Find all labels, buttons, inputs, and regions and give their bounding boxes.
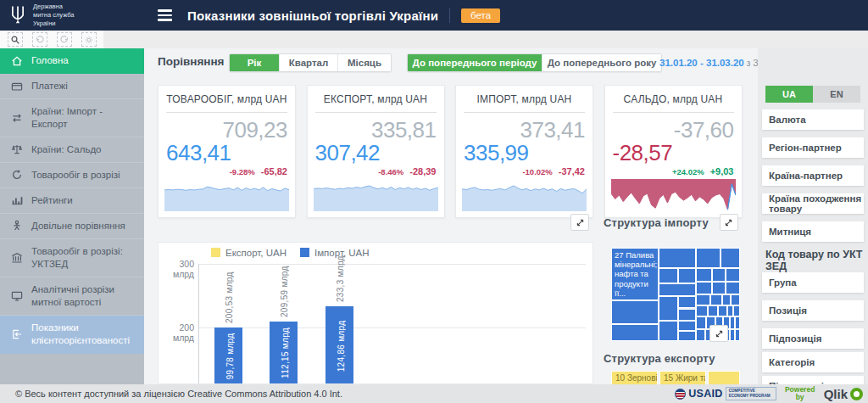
card-icon: [11, 81, 24, 92]
treemap-cell[interactable]: [721, 248, 740, 268]
mode-button-1[interactable]: До попереднього періоду: [408, 54, 542, 71]
top-navbar: Державна митна служба України Показники …: [0, 0, 868, 31]
ukt-zed-header: Код товару по УКТ ЗЕД: [765, 249, 868, 272]
comparison-label: Порівняння: [158, 55, 224, 68]
bar-inner-label: 112,15 млрд: [280, 327, 289, 378]
kpi-card-2[interactable]: ЕКСПОРТ, млрд UAH335,81307,42-8.46%-28,3…: [307, 85, 445, 218]
treemap-expand-icon[interactable]: [709, 325, 728, 342]
treemap-cell[interactable]: 27 Палива мінеральні; нафта та продукти …: [611, 248, 659, 300]
code-filter-box[interactable]: Підкатегорія: [762, 376, 864, 384]
sidebar-item-9[interactable]: Аналітичні розрізи митної вартості: [0, 277, 144, 316]
code-filter-box[interactable]: Підпозиція: [762, 328, 864, 349]
kpi-sparkline: [462, 179, 587, 211]
scales-icon: [11, 143, 24, 155]
filter-box[interactable]: Валюта: [762, 109, 864, 130]
powered-by-label: Powered by: [782, 386, 818, 401]
treemap-cell[interactable]: [659, 296, 678, 321]
bar-chart-legend[interactable]: Експорт, UAHІмпорт, UAH: [211, 248, 370, 258]
treemap-cell[interactable]: [735, 316, 740, 328]
legend-item[interactable]: Експорт, UAH: [211, 248, 287, 258]
treemap-cell[interactable]: [678, 309, 696, 321]
treemap-cell[interactable]: [696, 248, 721, 268]
sidebar-item-3[interactable]: Країни: Імпорт - Експорт: [0, 99, 144, 137]
hamburger-menu-icon[interactable]: [158, 9, 172, 20]
sidebar-item-8[interactable]: Товарообіг в розрізі: УКТЗЕД: [0, 239, 144, 277]
treemap-cell[interactable]: [726, 268, 740, 281]
treemap-cell[interactable]: [696, 268, 711, 281]
treemap-cell[interactable]: [678, 331, 696, 341]
lang-button-ua[interactable]: UA: [765, 86, 813, 103]
treemap-cell[interactable]: [696, 294, 710, 305]
kpi-card-4[interactable]: САЛЬДО, млрд UAH-37,60-28,57+24.02%+9,03: [604, 85, 743, 218]
logo-text: Державна митна служба України: [33, 3, 75, 27]
period-button-2[interactable]: Квартал: [280, 54, 338, 71]
sidebar-item-label: Рейтинги: [31, 194, 73, 207]
treemap-cell[interactable]: [712, 282, 726, 294]
kpi-card-3[interactable]: ІМПОРТ, млрд UAH373,41335,99-10.02%-37,4…: [455, 85, 593, 218]
treemap-cell[interactable]: [659, 283, 696, 296]
treemap-cell[interactable]: [696, 305, 708, 316]
period-button-1[interactable]: Рік: [230, 54, 280, 71]
treemap-cell[interactable]: [678, 268, 696, 283]
lang-button-en[interactable]: EN: [813, 86, 860, 103]
treemap-cell[interactable]: [710, 294, 722, 305]
sidebar-item-4[interactable]: Країни: Сальдо: [0, 137, 144, 163]
customs-service-logo[interactable]: Державна митна служба України: [0, 3, 144, 27]
sidebar-item-7[interactable]: Довільне порівняння: [0, 214, 144, 239]
treemap-cell[interactable]: [708, 305, 718, 316]
filter-box[interactable]: Країна-партнер: [762, 165, 864, 186]
undo-icon[interactable]: [32, 32, 47, 47]
legend-swatch: [211, 248, 220, 257]
sidebar-item-5[interactable]: Товарообіг в розрізі: [0, 163, 144, 188]
treemap-cell[interactable]: [678, 321, 696, 331]
treemap-cell[interactable]: [678, 296, 696, 308]
swap-icon: [11, 112, 24, 124]
current-date-range[interactable]: 31.01.20 - 31.03.20: [659, 58, 744, 68]
treemap-cell[interactable]: [731, 294, 740, 305]
code-filter-box[interactable]: Група: [762, 272, 864, 293]
treemap-cell[interactable]: [733, 305, 740, 316]
filter-box[interactable]: Регіон-партнер: [762, 137, 864, 158]
sidebar-item-6[interactable]: Рейтинги: [0, 188, 144, 214]
monthly-trade-bar-chart[interactable]: Експорт, UAHІмпорт, UAH 300 млрд200 млрд…: [158, 242, 593, 384]
treemap-cell[interactable]: [718, 305, 727, 316]
kpi-card-1[interactable]: ТОВАРООБІГ, млрд UAH709,23643,41-9.28%-6…: [158, 85, 296, 218]
treemap-cell[interactable]: [696, 316, 706, 328]
code-filter-box[interactable]: Категорія: [762, 352, 864, 372]
kpi-previous-value: -37,60: [605, 119, 742, 141]
treemap-cell[interactable]: [611, 324, 659, 341]
code-filter-box[interactable]: Позиція: [762, 300, 864, 321]
qlik-logo: Qlik: [824, 387, 863, 401]
treemap-cell[interactable]: [722, 294, 732, 305]
treemap-cell[interactable]: [696, 282, 711, 294]
treemap-cell[interactable]: [735, 329, 740, 341]
expand-icon[interactable]: [570, 214, 589, 231]
smart-search-icon[interactable]: [8, 32, 23, 47]
exit-icon: [11, 328, 24, 340]
expand-icon[interactable]: [720, 214, 738, 231]
clear-selections-icon[interactable]: [81, 32, 97, 47]
treemap-cell[interactable]: [611, 300, 659, 325]
filter-box[interactable]: Країна походження товару: [762, 193, 864, 214]
mode-button-2[interactable]: До попереднього року: [542, 54, 661, 71]
treemap-cell[interactable]: [727, 305, 734, 316]
treemap-cell-label: 15 Жири та: [660, 372, 705, 384]
treemap-cell[interactable]: [726, 282, 740, 294]
treemap-cell[interactable]: [712, 268, 726, 281]
sidebar-item-2[interactable]: Платежі: [0, 74, 144, 99]
redo-icon[interactable]: [57, 32, 72, 47]
kpi-divider: [315, 112, 437, 113]
trident-icon: [8, 4, 27, 26]
period-button-3[interactable]: Місяць: [338, 54, 391, 71]
legend-label: Експорт, UAH: [225, 248, 287, 258]
sidebar-item-10[interactable]: Показники клієнтоорієнтованості: [0, 316, 144, 354]
treemap-cell[interactable]: [659, 268, 678, 283]
filter-box[interactable]: Митниця: [762, 221, 864, 242]
treemap-cell[interactable]: [659, 321, 678, 341]
treemap-cell[interactable]: [659, 248, 696, 268]
date-join-word: з: [747, 59, 751, 68]
bar-total-label-text: 209,59 млрд: [279, 266, 288, 317]
treemap-cell[interactable]: [696, 329, 705, 341]
sidebar-item-1[interactable]: Головна: [0, 48, 144, 74]
kpi-current-value: 335,99: [456, 142, 593, 164]
